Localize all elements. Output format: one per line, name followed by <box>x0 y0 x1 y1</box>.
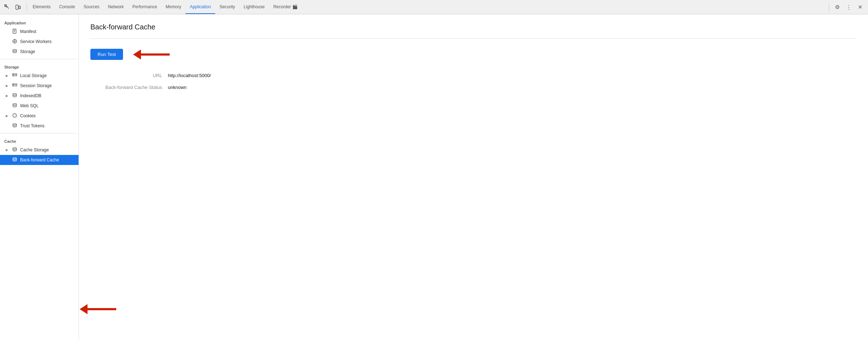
sidebar-item-trust-tokens[interactable]: Trust Tokens <box>0 121 79 131</box>
sidebar-divider-2 <box>0 133 79 133</box>
tab-performance[interactable]: Performance <box>128 0 161 14</box>
svg-point-22 <box>13 93 16 95</box>
tab-list: Elements Console Sources Network Perform… <box>28 0 829 14</box>
sidebar: Application Manifest <box>0 14 79 340</box>
svg-point-8 <box>14 41 15 42</box>
tab-console[interactable]: Console <box>55 0 79 14</box>
sidebar-item-service-workers[interactable]: Service Workers <box>0 37 79 47</box>
web-sql-icon <box>12 103 18 109</box>
svg-point-27 <box>14 116 15 117</box>
tab-sources[interactable]: Sources <box>79 0 104 14</box>
sidebar-item-manifest[interactable]: Manifest <box>0 27 79 37</box>
cache-status-value: unknown <box>168 85 187 90</box>
sidebar-item-label-bfcache: Back-forward Cache <box>20 157 59 162</box>
svg-point-29 <box>13 123 16 125</box>
sidebar-item-label-idb: IndexedDB <box>20 93 41 98</box>
close-devtools-button[interactable]: ✕ <box>855 2 865 12</box>
content-area: Back-forward Cache Run Test URL http://l… <box>79 14 868 340</box>
arrow-line <box>141 53 170 56</box>
storage-section-label: Storage <box>0 61 79 71</box>
arrow-head-icon <box>133 49 141 60</box>
sidebar-divider-1 <box>0 59 79 59</box>
toolbar-right-actions: ⚙ ⋮ ✕ <box>829 2 865 12</box>
manifest-icon <box>12 29 18 35</box>
storage-app-icon <box>12 49 18 55</box>
tab-application[interactable]: Application <box>185 0 215 14</box>
tab-recorder[interactable]: Recorder 🎬 <box>269 0 302 14</box>
cache-status-label: Back-forward Cache Status <box>90 85 162 90</box>
sidebar-item-web-sql[interactable]: Web SQL <box>0 101 79 111</box>
tab-lighthouse[interactable]: Lighthouse <box>239 0 269 14</box>
run-test-arrow <box>133 49 170 60</box>
devtools-toolbar: Elements Console Sources Network Perform… <box>0 0 868 14</box>
sidebar-item-label-session: Session Storage <box>20 83 52 88</box>
service-workers-icon <box>12 39 18 45</box>
device-toolbar-button[interactable] <box>14 3 22 11</box>
sidebar-item-label-sw: Service Workers <box>20 39 52 44</box>
sidebar-item-label-trust: Trust Tokens <box>20 123 44 128</box>
bfcache-icon <box>12 157 18 163</box>
local-storage-icon <box>12 73 18 79</box>
url-label: URL <box>90 73 162 78</box>
url-row: URL http://localhost:5000/ <box>90 73 857 78</box>
sidebar-item-storage-app[interactable]: Storage <box>0 47 79 57</box>
svg-point-31 <box>13 157 16 159</box>
cache-storage-icon <box>12 147 18 153</box>
expand-arrow-local: ▶ <box>6 74 9 77</box>
svg-rect-2 <box>19 6 20 9</box>
tab-elements[interactable]: Elements <box>28 0 55 14</box>
cache-status-row: Back-forward Cache Status unknown <box>90 85 857 90</box>
application-section-label: Application <box>0 17 79 27</box>
cookies-icon <box>12 113 18 119</box>
sidebar-item-indexeddb[interactable]: ▶ IndexedDB <box>0 91 79 101</box>
sidebar-item-label-manifest: Manifest <box>20 29 36 34</box>
svg-point-13 <box>13 49 16 51</box>
url-value: http://localhost:5000/ <box>168 73 211 78</box>
sidebar-item-local-storage[interactable]: ▶ Local Storage <box>0 71 79 81</box>
sidebar-item-label-websql: Web SQL <box>20 103 39 108</box>
svg-point-26 <box>15 114 16 115</box>
expand-arrow-cache: ▶ <box>6 148 9 152</box>
settings-button[interactable]: ⚙ <box>832 2 842 12</box>
content-divider <box>90 38 857 39</box>
sidebar-item-bfcache[interactable]: Back-forward Cache <box>0 155 79 165</box>
sidebar-item-session-storage[interactable]: ▶ Session Storage <box>0 81 79 91</box>
sidebar-item-cache-storage[interactable]: ▶ Cache Storage <box>0 145 79 155</box>
svg-point-23 <box>13 103 16 105</box>
run-test-row: Run Test <box>90 49 857 60</box>
svg-point-28 <box>15 115 16 116</box>
toolbar-icon-group <box>3 3 27 11</box>
inspect-element-button[interactable] <box>3 3 11 11</box>
more-tools-button[interactable]: ⋮ <box>844 2 854 12</box>
tab-network[interactable]: Network <box>104 0 128 14</box>
sidebar-item-label-local: Local Storage <box>20 73 47 78</box>
svg-point-25 <box>14 114 14 115</box>
run-test-button[interactable]: Run Test <box>90 49 123 60</box>
sidebar-item-label-cookies: Cookies <box>20 113 36 118</box>
sidebar-item-label-storage-app: Storage <box>20 49 35 54</box>
svg-rect-1 <box>16 5 18 9</box>
session-storage-icon <box>12 83 18 89</box>
page-title: Back-forward Cache <box>90 23 857 31</box>
tab-security[interactable]: Security <box>215 0 239 14</box>
expand-arrow-session: ▶ <box>6 84 9 88</box>
svg-point-30 <box>13 147 16 149</box>
sidebar-item-cookies[interactable]: ▶ Cookies <box>0 111 79 121</box>
svg-point-24 <box>13 113 17 117</box>
main-layout: Application Manifest <box>0 14 868 340</box>
indexeddb-icon <box>12 93 18 99</box>
expand-arrow-idb: ▶ <box>6 94 9 98</box>
sidebar-item-label-cache-storage: Cache Storage <box>20 147 49 152</box>
cache-section-label: Cache <box>0 136 79 145</box>
trust-tokens-icon <box>12 123 18 129</box>
expand-arrow-cookies: ▶ <box>6 114 9 118</box>
tab-memory[interactable]: Memory <box>161 0 185 14</box>
